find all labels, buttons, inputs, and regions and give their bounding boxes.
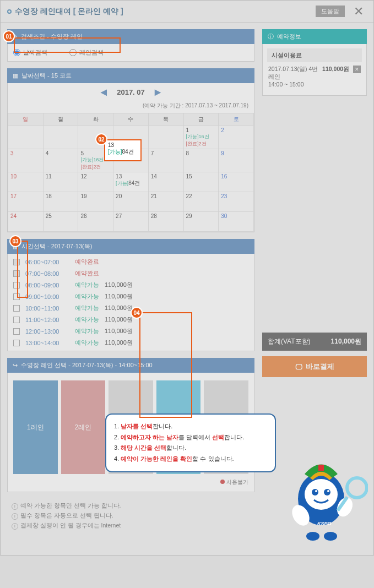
cal-cell[interactable]: 6 <box>113 149 149 172</box>
cal-cell[interactable] <box>8 126 44 149</box>
lane-1[interactable]: 1레인 <box>13 380 58 474</box>
time-range: 10:00~11:00 <box>25 305 69 312</box>
time-row[interactable]: 07:00~08:00예약완료 <box>8 268 254 279</box>
dot-icon <box>220 480 225 484</box>
cal-cell[interactable]: 24 <box>8 212 44 232</box>
cal-cell[interactable]: 23 <box>219 192 254 212</box>
lane-legend: 사용불가 <box>13 474 248 486</box>
cal-cell[interactable]: 3 <box>8 149 44 172</box>
time-checkbox[interactable] <box>13 328 20 335</box>
time-checkbox[interactable] <box>13 340 20 346</box>
cal-cell[interactable]: 30 <box>219 212 254 232</box>
time-checkbox[interactable] <box>13 305 20 312</box>
cal-cell[interactable]: 22 <box>183 192 219 212</box>
cal-cell[interactable]: 15 <box>183 172 219 192</box>
cal-cell[interactable]: 4 <box>43 149 78 172</box>
cal-cell-13[interactable]: 13[가능]84건 <box>113 172 149 192</box>
cal-cell[interactable]: 10 <box>8 172 44 192</box>
time-status: 예약가능 <box>75 327 99 335</box>
title-main: 수영장 레인대여 <box>15 7 73 15</box>
fee-header: 시설이용료 <box>267 48 362 62</box>
tip-3: 3. 해당 시간을 선택합니다. <box>114 443 267 454</box>
cal-cell[interactable]: 9 <box>219 149 254 172</box>
time-price: 110,000원 <box>105 339 133 347</box>
time-row[interactable]: 09:00~10:00예약가능 110,000원 <box>8 291 254 302</box>
help-button[interactable]: 도움말 <box>316 6 345 17</box>
remove-fee-icon[interactable]: ✕ <box>353 66 361 73</box>
day-num: 26 <box>80 213 86 219</box>
svg-point-5 <box>327 490 329 492</box>
cal-cell[interactable]: 25 <box>43 212 78 232</box>
cal-cell[interactable] <box>148 126 183 149</box>
right-pane: ⓘ 예약정보 시설이용료 2017.07.13(일) 4번 레인 14:00 ~… <box>262 29 367 492</box>
radio-lane-label: 레인검색 <box>79 48 104 57</box>
day-num: 22 <box>186 193 192 199</box>
cal-cell[interactable]: 16 <box>219 172 254 192</box>
time-range: 06:00~07:00 <box>25 259 69 265</box>
prev-month-icon[interactable]: ◀ <box>101 88 107 96</box>
time-status: 예약가능 <box>75 281 99 289</box>
time-title-bar: ▦ 시간선택 - 2017-07-13(목) <box>7 239 254 254</box>
cal-cell[interactable]: 21 <box>148 192 183 212</box>
tip-n2: 2. <box>114 434 121 440</box>
time-checkbox[interactable] <box>13 282 20 288</box>
cal-cell[interactable]: 18 <box>43 192 78 212</box>
close-icon[interactable]: ✕ <box>350 4 367 19</box>
day-num: 13 <box>116 173 122 179</box>
time-range: 07:00~08:00 <box>25 270 69 277</box>
cal-cell-1[interactable]: 1[가능]16건[완료]2건 <box>183 126 219 149</box>
cal-cell[interactable]: 20 <box>113 192 149 212</box>
radio-lane[interactable]: 레인검색 <box>69 48 104 57</box>
time-row[interactable]: 08:00~09:00예약가능 110,000원 <box>8 279 254 291</box>
lane-2[interactable]: 2레인 <box>61 380 106 474</box>
note-2-text: 필수 항목은 자동으로 선택 됩니다. <box>20 512 113 519</box>
cal-title-bar: ▦ 날짜선택 - 15 코트 <box>7 68 254 83</box>
time-row[interactable]: 12:00~13:00예약가능 110,000원 <box>8 325 254 337</box>
time-checkbox <box>13 259 20 265</box>
cal-cell[interactable]: 19 <box>78 192 113 212</box>
svg-point-3 <box>324 489 330 496</box>
cal-cell[interactable]: 17 <box>8 192 44 212</box>
radio-date-input[interactable] <box>13 49 20 56</box>
pay-button[interactable]: 🖵 바로결제 <box>262 356 367 377</box>
radio-lane-input[interactable] <box>69 49 77 56</box>
cal-cell[interactable]: 26 <box>78 212 113 232</box>
cal-cell[interactable]: 12 <box>78 172 113 192</box>
next-month-icon[interactable]: ▶ <box>155 88 161 96</box>
time-row[interactable]: 06:00~07:00예약완료 <box>8 256 254 268</box>
radio-date[interactable]: 날짜검색 <box>13 48 47 57</box>
svg-point-2 <box>312 489 318 496</box>
cal-cell[interactable]: 27 <box>113 212 149 232</box>
cal-cell[interactable]: 14 <box>148 172 183 192</box>
time-status: 예약완료 <box>75 258 99 266</box>
cal-cell[interactable]: 7 <box>148 149 183 172</box>
cal-cell[interactable] <box>43 126 78 149</box>
day-num: 27 <box>116 213 122 219</box>
dow-sun: 일 <box>8 113 44 126</box>
modal-window: 수영장 레인대여 [ 온라인 예약 ] 도움말 ✕ ✎ 검색조건 - 수영장 레… <box>0 0 374 556</box>
cal-cell[interactable]: 8 <box>183 149 219 172</box>
day-num: 2 <box>221 127 224 133</box>
svg-point-4 <box>315 490 317 492</box>
fee-time: 14:00 ~ 15:00 <box>268 81 322 88</box>
tip-3a: 해당 시간을 선택 <box>121 444 166 451</box>
legend-text: 사용불가 <box>226 479 248 485</box>
cal-cell[interactable]: 11 <box>43 172 78 192</box>
time-range: 12:00~13:00 <box>25 328 69 335</box>
cal-month: 2017. 07 <box>117 88 145 96</box>
done-txt: [완료]2건 <box>80 164 101 170</box>
svg-point-13 <box>324 532 337 541</box>
time-checkbox[interactable] <box>13 293 20 300</box>
time-checkbox[interactable] <box>13 317 20 323</box>
cal-cell[interactable]: 28 <box>148 212 183 232</box>
time-row[interactable]: 13:00~14:00예약가능 110,000원 <box>8 337 254 349</box>
badge-04: 04 <box>131 307 143 319</box>
cal-cell[interactable]: 29 <box>183 212 219 232</box>
fee-desc: 2017.07.13(일) 4번 레인 14:00 ~ 15:00 <box>268 66 322 88</box>
cal-cell[interactable] <box>113 126 149 149</box>
cal-cell-5[interactable]: 5[가능]16건[완료]2건 <box>78 149 113 172</box>
info-bullet-icon: i <box>12 513 18 520</box>
cal-cell[interactable]: 2 <box>219 126 254 149</box>
day-num: 20 <box>116 193 122 199</box>
tip-2b: 를 달력에서 <box>178 434 212 440</box>
